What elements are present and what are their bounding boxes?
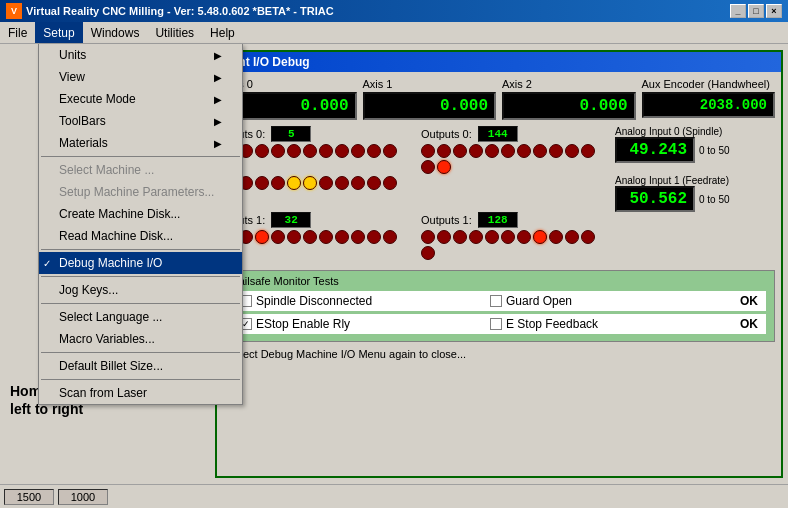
menu-file[interactable]: File (0, 22, 35, 43)
menu-debug-machine-io[interactable]: ✓ Debug Machine I/O (39, 252, 242, 274)
menu-macro-variables[interactable]: Macro Variables... (39, 328, 242, 350)
analog-input-0: Analog Input 0 (Spindle) 49.243 0 to 50 (615, 126, 775, 163)
led (287, 230, 301, 244)
submenu-arrow: ▶ (214, 94, 222, 105)
menu-jog-keys[interactable]: Jog Keys... (39, 279, 242, 301)
axis-2-value: 0.000 (502, 92, 636, 120)
close-button[interactable]: × (766, 4, 782, 18)
axis-1-label: Axis 1 (363, 78, 497, 90)
minimize-button[interactable]: _ (730, 4, 746, 18)
inputs-1-value: 32 (271, 212, 311, 228)
aux-encoder-label: Aux Encoder (Handwheel) (642, 78, 776, 90)
led (565, 144, 579, 158)
io-analog-row: Inputs 0: 5 (223, 126, 775, 266)
led (271, 144, 285, 158)
io-section: Inputs 0: 5 (223, 126, 609, 266)
menu-units[interactable]: Units ▶ (39, 44, 242, 66)
led (351, 144, 365, 158)
led (533, 144, 547, 158)
setup-dropdown-menu: Units ▶ View ▶ Execute Mode ▶ ToolBars ▶… (38, 44, 243, 405)
submenu-arrow: ▶ (214, 72, 222, 83)
inputs-0-value: 5 (271, 126, 311, 142)
menu-select-language[interactable]: Select Language ... (39, 306, 242, 328)
outputs-0-panel: Outputs 0: 144 (421, 126, 609, 208)
guard-open-label: Guard Open (506, 294, 572, 308)
inputs-0-header: Inputs 0: 5 (223, 126, 411, 142)
failsafe-ok-1: OK (740, 317, 758, 331)
outputs-0-value: 144 (478, 126, 518, 142)
menu-windows[interactable]: Windows (83, 22, 148, 43)
analog-inputs-panel: Analog Input 0 (Spindle) 49.243 0 to 50 … (615, 126, 775, 266)
window-controls: _ □ × (730, 4, 782, 18)
led (549, 144, 563, 158)
led (565, 230, 579, 244)
analog-1-value: 50.562 (615, 186, 695, 212)
axis-0-display: Axis 0 0.000 (223, 78, 357, 120)
inputs-0-leds-2 (223, 176, 411, 206)
analog-1-range: 0 to 50 (699, 194, 730, 205)
led (287, 176, 301, 190)
led (453, 144, 467, 158)
menu-create-machine-disk[interactable]: Create Machine Disk... (39, 203, 242, 225)
maximize-button[interactable]: □ (748, 4, 764, 18)
estop-feedback-checkbox[interactable] (490, 318, 502, 330)
axis-1-display: Axis 1 0.000 (363, 78, 497, 120)
analog-input-1: Analog Input 1 (Feedrate) 50.562 0 to 50 (615, 175, 775, 212)
axis-0-value: 0.000 (223, 92, 357, 120)
submenu-arrow: ▶ (214, 50, 222, 61)
menu-execute-mode[interactable]: Execute Mode ▶ (39, 88, 242, 110)
submenu-arrow: ▶ (214, 116, 222, 127)
spindle-disconnected-label: Spindle Disconnected (256, 294, 372, 308)
inputs-outputs-row-0: Inputs 0: 5 (223, 126, 609, 208)
led (335, 144, 349, 158)
led (485, 144, 499, 158)
analog-0-range: 0 to 50 (699, 145, 730, 156)
led (501, 230, 515, 244)
led (335, 176, 349, 190)
inputs-1-header: Inputs 1: 32 (223, 212, 411, 228)
led (581, 230, 595, 244)
outputs-1-leds (421, 230, 609, 260)
outputs-0-header: Outputs 0: 144 (421, 126, 609, 142)
menu-view[interactable]: View ▶ (39, 66, 242, 88)
inputs-outputs-row-1: Inputs 1: 32 (223, 212, 609, 262)
led (469, 144, 483, 158)
axis-0-label: Axis 0 (223, 78, 357, 90)
analog-1-value-row: 50.562 0 to 50 (615, 186, 775, 212)
menu-materials[interactable]: Materials ▶ (39, 132, 242, 154)
menu-help[interactable]: Help (202, 22, 243, 43)
led (581, 144, 595, 158)
inputs-1-leds (223, 230, 411, 260)
inputs-0-leds (223, 144, 411, 174)
separator-6 (41, 379, 240, 380)
led (319, 176, 333, 190)
inputs-0-panel: Inputs 0: 5 (223, 126, 411, 208)
menu-default-billet-size[interactable]: Default Billet Size... (39, 355, 242, 377)
menu-utilities[interactable]: Utilities (147, 22, 202, 43)
separator-4 (41, 303, 240, 304)
led (469, 230, 483, 244)
title-text: Virtual Reality CNC Milling - Ver: 5.48.… (26, 5, 334, 17)
menu-bar: File Setup Windows Utilities Help (0, 22, 788, 44)
failsafe-row-1: ✓ EStop Enable Rly E Stop Feedback OK (232, 314, 766, 334)
menu-setup[interactable]: Setup (35, 22, 82, 43)
separator-2 (41, 249, 240, 250)
estop-enable-label: EStop Enable Rly (256, 317, 350, 331)
failsafe-row-0: Spindle Disconnected Guard Open OK (232, 291, 766, 311)
led (351, 230, 365, 244)
estop-feedback-label: E Stop Feedback (506, 317, 598, 331)
failsafe-estop-feedback: E Stop Feedback (490, 317, 730, 331)
separator-3 (41, 276, 240, 277)
guard-open-checkbox[interactable] (490, 295, 502, 307)
led (367, 230, 381, 244)
window-title: Mint I/O Debug (217, 52, 781, 72)
outputs-0-label: Outputs 0: (421, 128, 472, 140)
led (367, 144, 381, 158)
led (421, 160, 435, 174)
separator-1 (41, 156, 240, 157)
analog-1-label: Analog Input 1 (Feedrate) (615, 175, 775, 186)
menu-toolbars[interactable]: ToolBars ▶ (39, 110, 242, 132)
led (287, 144, 301, 158)
menu-scan-from-laser[interactable]: Scan from Laser (39, 382, 242, 404)
menu-read-machine-disk[interactable]: Read Machine Disk... (39, 225, 242, 247)
